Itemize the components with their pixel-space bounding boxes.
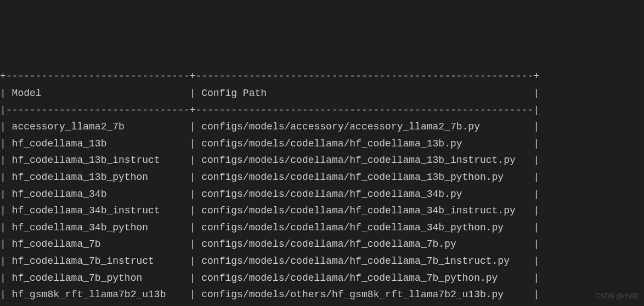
- table-row: | hf_llama2_13b | configs/models/hf_llam…: [0, 303, 644, 306]
- table-row: | hf_codellama_7b | configs/models/codel…: [0, 236, 644, 253]
- watermark-text: CSDN @chi93: [596, 291, 639, 302]
- table-row: | hf_codellama_34b | configs/models/code…: [0, 186, 644, 203]
- table-separator: |-------------------------------+-------…: [0, 102, 644, 119]
- table-row: | hf_codellama_7b_python | configs/model…: [0, 270, 644, 287]
- table-header: | Model | Config Path |: [0, 85, 644, 102]
- table-row: | hf_codellama_34b_instruct | configs/mo…: [0, 202, 644, 219]
- table-row: | hf_codellama_34b_python | configs/mode…: [0, 219, 644, 236]
- table-row: | hf_codellama_13b | configs/models/code…: [0, 135, 644, 152]
- table-row: | accessory_llama2_7b | configs/models/a…: [0, 118, 644, 135]
- table-row: | hf_codellama_7b_instruct | configs/mod…: [0, 253, 644, 270]
- table-row: | hf_gsm8k_rft_llama7b2_u13b | configs/m…: [0, 286, 644, 303]
- table-row: | hf_codellama_13b_python | configs/mode…: [0, 169, 644, 186]
- terminal-output: +-------------------------------+-------…: [0, 67, 644, 306]
- table-row: | hf_codellama_13b_instruct | configs/mo…: [0, 152, 644, 169]
- table-border-top: +-------------------------------+-------…: [0, 68, 644, 85]
